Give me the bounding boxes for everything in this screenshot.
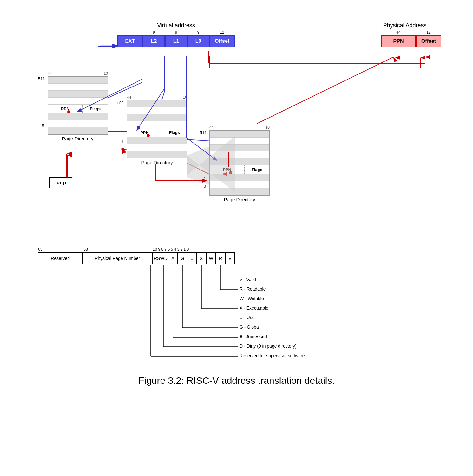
- page-table-2: 44 10 511 PPN Flags: [127, 95, 187, 165]
- vaddr-box: EXT 9 L2 9 L1 9 L0 12 Offset: [117, 30, 235, 47]
- paddr-cell-ppn: PPN: [381, 35, 416, 47]
- legend-u: U - User: [240, 315, 256, 320]
- vaddr-cell-offset: Offset: [209, 35, 235, 47]
- vaddr-l0: 9 L0: [187, 30, 209, 47]
- bottom-diagram: 63 53 10 9 8 7 6 5 4 3 2 1 0 Reserved Ph…: [19, 247, 454, 363]
- pte-bit-positions: 63 53 10 9 8 7 6 5 4 3 2 1 0: [38, 247, 454, 252]
- vaddr-ext: EXT: [117, 35, 143, 47]
- pte-a: A: [168, 252, 178, 264]
- pte-w: W: [206, 252, 216, 264]
- page-table-1: 44 10 511 PPN Flags: [48, 71, 108, 141]
- legend-g: G - Global: [240, 325, 260, 330]
- red-dot-pt1: [67, 110, 70, 113]
- pte-table-row: Reserved Physical Page Number RSWD A G U…: [38, 252, 454, 264]
- legend-a: A - Accessed: [240, 334, 267, 339]
- pt3-label: Page Directory: [209, 197, 270, 202]
- pte-v: V: [225, 252, 235, 264]
- vaddr-cell-l2: L2: [143, 35, 165, 47]
- pt2-label: Page Directory: [127, 160, 187, 165]
- legend-v: V - Valid: [240, 277, 256, 282]
- satp-box: satp: [49, 177, 72, 188]
- pte-r: R: [216, 252, 225, 264]
- pte-g: G: [178, 252, 187, 264]
- vaddr-cell-ext: EXT: [117, 35, 143, 47]
- pte-reserved: Reserved: [38, 252, 82, 264]
- vaddr-cell-l0: L0: [187, 35, 209, 47]
- pte-x: X: [197, 252, 206, 264]
- top-diagram: Virtual address EXT 9 L2 9 L1 9 L0: [19, 13, 454, 228]
- svg-line-12: [257, 57, 393, 124]
- physical-address-label: Physical Address: [368, 22, 441, 29]
- pte-rswd: RSWD: [152, 252, 168, 264]
- legend-d: D - Dirty (0 in page directory): [240, 344, 297, 349]
- main-container: Virtual address EXT 9 L2 9 L1 9 L0: [0, 0, 473, 408]
- red-dot-pt3: [229, 171, 232, 174]
- page-table-3: 44 10 511 PPN Flags: [209, 125, 270, 202]
- paddr-box: 44 PPN 12 Offset: [381, 30, 441, 47]
- vaddr-offset: 12 Offset: [209, 30, 235, 47]
- red-dot-pt2: [147, 134, 150, 137]
- legend-container: V - Valid R - Readable W - Writable X - …: [38, 264, 454, 363]
- pt1-label: Page Directory: [48, 136, 108, 141]
- paddr-offset-seg: 12 Offset: [416, 30, 441, 47]
- vaddr-l1: 9 L1: [165, 30, 187, 47]
- legend-w: W - Writable: [240, 296, 264, 301]
- pte-ppn: Physical Page Number: [82, 252, 152, 264]
- legend-rswd: Reserved for supervisor software: [240, 353, 305, 358]
- legend-x: X - Executable: [240, 306, 268, 311]
- paddr-ppn-seg: 44 PPN: [381, 30, 416, 47]
- figure-caption: Figure 3.2: RISC-V address translation d…: [19, 375, 454, 396]
- legend-r: R - Readable: [240, 286, 266, 292]
- virtual-address-label: Virtual address: [117, 22, 235, 29]
- vaddr-cell-l1: L1: [165, 35, 187, 47]
- vaddr-l2: 9 L2: [143, 30, 165, 47]
- pte-u: U: [187, 252, 197, 264]
- paddr-cell-offset: Offset: [416, 35, 441, 47]
